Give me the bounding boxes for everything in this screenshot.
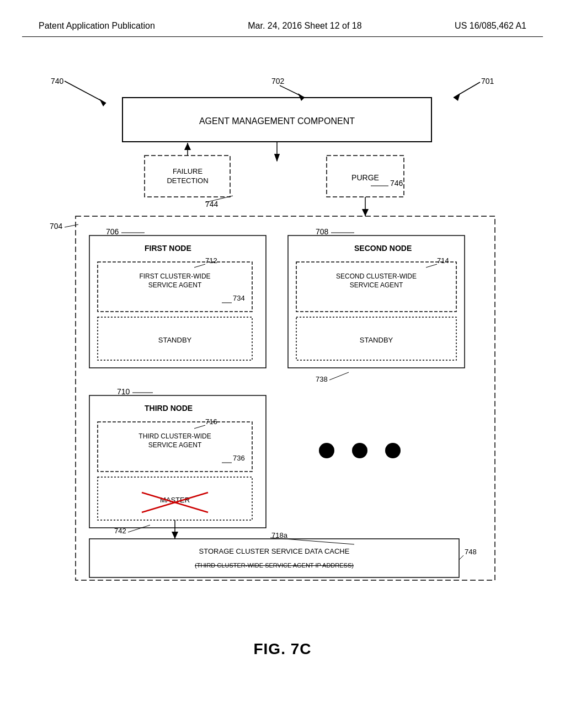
second-node-text: SECOND NODE xyxy=(354,244,412,253)
svg-marker-3 xyxy=(454,93,460,101)
header-left: Patent Application Publication xyxy=(39,21,155,31)
ref-714-label: 714 xyxy=(437,256,449,265)
svg-marker-1 xyxy=(99,99,106,106)
page-header: Patent Application Publication Mar. 24, … xyxy=(22,11,543,37)
svg-line-25 xyxy=(128,525,150,532)
header-center: Mar. 24, 2016 Sheet 12 of 18 xyxy=(248,21,361,31)
storage-cache-box xyxy=(89,539,459,577)
third-cluster-text2: SERVICE AGENT xyxy=(148,441,202,449)
ref-706-label: 706 xyxy=(106,227,119,236)
svg-line-17 xyxy=(194,264,205,267)
ref-701-label: 701 xyxy=(481,77,494,85)
svg-line-29 xyxy=(459,555,463,560)
figure-label: FIG. 7C xyxy=(22,640,543,658)
third-node-text: THIRD NODE xyxy=(145,404,193,413)
ref-742-label: 742 xyxy=(114,527,126,535)
ref-740-label: 740 xyxy=(51,77,64,85)
dot1 xyxy=(319,443,334,458)
second-node-box xyxy=(288,235,465,368)
ref-708-label: 708 xyxy=(316,227,329,236)
svg-line-15 xyxy=(65,224,78,227)
header-right: US 16/085,462 A1 xyxy=(455,21,526,31)
ref-746-label: 746 xyxy=(390,179,403,188)
second-cluster-text2: SERVICE AGENT xyxy=(350,281,403,289)
agent-management-text: AGENT MANAGEMENT COMPONENT xyxy=(199,116,355,126)
svg-line-23 xyxy=(194,425,205,429)
ref-712-label: 712 xyxy=(205,256,217,265)
storage-cache-text: STORAGE CLUSTER SERVICE DATA CACHE xyxy=(199,547,350,555)
first-cluster-text: FIRST CLUSTER-WIDE xyxy=(139,272,210,280)
first-node-text: FIRST NODE xyxy=(145,244,191,253)
dot3 xyxy=(385,443,401,458)
storage-cache-subtext: (THIRD CLUSTER-WIDE SERVICE AGENT IP ADD… xyxy=(195,562,354,569)
ref-704-label: 704 xyxy=(50,222,63,231)
ref-710-label: 710 xyxy=(117,387,130,396)
diagram-area: 740 701 702 AGENT MANAGEMENT COMPONENT xyxy=(34,53,531,618)
ref-734-label: 734 xyxy=(233,294,245,302)
svg-line-0 xyxy=(65,81,106,103)
svg-line-21 xyxy=(329,372,349,380)
outer-dashed-box xyxy=(76,216,495,580)
page: Patent Application Publication Mar. 24, … xyxy=(0,0,565,728)
dot2 xyxy=(352,443,367,458)
svg-marker-14 xyxy=(184,143,191,150)
ref-738-label: 738 xyxy=(316,375,328,383)
svg-marker-27 xyxy=(172,532,178,539)
standby1-text: STANDBY xyxy=(158,336,192,344)
third-cluster-text: THIRD CLUSTER-WIDE xyxy=(138,432,211,440)
failure-detection-text2: DETECTION xyxy=(167,176,208,185)
purge-text: PURGE xyxy=(351,173,379,182)
first-cluster-text2: SERVICE AGENT xyxy=(148,281,202,289)
ref-748-label: 748 xyxy=(465,548,477,556)
ref-736-label: 736 xyxy=(233,454,245,462)
second-cluster-text: SECOND CLUSTER-WIDE xyxy=(336,272,417,280)
failure-detection-text: FAILURE xyxy=(173,167,203,175)
ref-702-label: 702 xyxy=(271,77,285,85)
svg-line-20 xyxy=(426,264,437,267)
svg-marker-12 xyxy=(362,209,369,216)
standby2-text: STANDBY xyxy=(360,336,393,344)
diagram-svg: 740 701 702 AGENT MANAGEMENT COMPONENT xyxy=(34,53,531,616)
